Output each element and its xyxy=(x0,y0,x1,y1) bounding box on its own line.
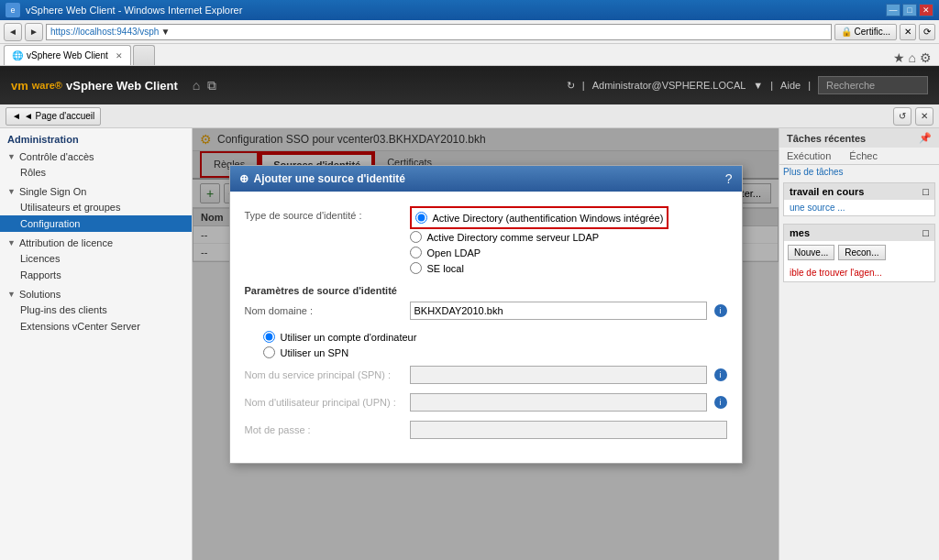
close-button[interactable]: ✕ xyxy=(919,4,933,16)
star-icon[interactable]: ★ xyxy=(893,50,905,65)
domain-input[interactable] xyxy=(410,302,707,320)
alarme-new-button[interactable]: Nouve... xyxy=(788,245,834,260)
chevron-down-icon4: ▼ xyxy=(7,290,16,299)
separator1: | xyxy=(582,80,585,91)
radio-se-local[interactable]: SE local xyxy=(410,260,727,276)
separator3: | xyxy=(808,80,811,91)
radio-ad-windows[interactable]: Active Directory (authentification Windo… xyxy=(415,210,664,225)
sidebar-item-rapports[interactable]: Rapports xyxy=(0,267,192,283)
right-panel-subheader: Exécution Échec xyxy=(779,148,939,165)
type-label: Type de source d'identité : xyxy=(245,206,410,221)
sidebar-section-administration: Administration xyxy=(0,128,192,148)
home-breadcrumb-button[interactable]: ◄ ◄ Page d'accueil xyxy=(6,107,101,126)
refresh-button[interactable]: ✕ xyxy=(900,24,916,40)
radio-ad-windows-input[interactable] xyxy=(415,212,427,224)
maximize-button[interactable]: □ xyxy=(902,4,917,16)
history-back-button[interactable]: ↺ xyxy=(893,107,911,126)
upn-form-row: Nom d'utilisateur principal (UPN) : i xyxy=(245,393,727,412)
alarmes-title: mes xyxy=(790,227,810,238)
type-options: Active Directory (authentification Windo… xyxy=(410,206,727,276)
sidebar-item-licences[interactable]: Licences xyxy=(0,250,192,267)
alarme-text: ible de trouver l'agen... xyxy=(784,264,934,281)
aide-label[interactable]: Aide xyxy=(780,80,801,91)
sidebar-group-controle-header[interactable]: ▼ Contrôle d'accès xyxy=(0,149,192,164)
travail-section: travail en cours □ une source ... xyxy=(783,182,935,216)
sidebar-item-roles[interactable]: Rôles xyxy=(0,164,192,181)
radio-ad-ldap[interactable]: Active Directory comme serveur LDAP xyxy=(410,229,727,245)
sidebar-item-plugins[interactable]: Plug-ins des clients xyxy=(0,302,192,318)
window-controls[interactable]: — □ ✕ xyxy=(886,4,933,16)
forward-button[interactable]: ► xyxy=(25,23,43,41)
radio-ad-ldap-input[interactable] xyxy=(410,231,422,243)
home-nav-icon[interactable]: ⌂ xyxy=(193,78,200,93)
modal-overlay: ⊕ Ajouter une source d'identité ? Type d… xyxy=(193,128,779,560)
search-input[interactable] xyxy=(818,76,928,94)
password-input-wrap xyxy=(410,421,727,439)
browser-nav-icons: ★ ⌂ ⚙ xyxy=(893,50,935,65)
sidebar-group-sso-header[interactable]: ▼ Single Sign On xyxy=(0,184,192,199)
upn-label: Nom d'utilisateur principal (UPN) : xyxy=(245,393,410,408)
spn-input[interactable] xyxy=(410,366,707,384)
spn-input-wrap: i xyxy=(410,366,727,384)
password-label: Mot de passe : xyxy=(245,421,410,435)
minimize-button[interactable]: — xyxy=(886,4,900,16)
nav-close-button[interactable]: ✕ xyxy=(915,107,933,126)
vm-text: vm xyxy=(11,79,28,93)
radio-se-local-input[interactable] xyxy=(410,262,422,274)
radio-open-ldap-input[interactable] xyxy=(410,247,422,258)
licence-label: Attribution de licence xyxy=(19,237,113,248)
ware-text: ware® xyxy=(32,80,62,91)
alarme-ack-button[interactable]: Recon... xyxy=(838,245,885,260)
sidebar-group-licence-header[interactable]: ▼ Attribution de licence xyxy=(0,236,192,250)
controle-label: Contrôle d'accès xyxy=(19,151,94,162)
sidebar-item-configuration[interactable]: Configuration xyxy=(0,215,192,232)
domain-label: Nom domaine : xyxy=(245,302,410,316)
radio-open-ldap[interactable]: Open LDAP xyxy=(410,245,727,260)
domain-info-icon: i xyxy=(714,304,727,317)
full-layout: ◄ ◄ Page d'accueil ↺ ✕ Administration ▼ … xyxy=(0,104,939,560)
plus-tasks-link[interactable]: Plus de tâches xyxy=(779,165,939,179)
radio-open-ldap-label: Open LDAP xyxy=(427,247,481,258)
execution-label: Exécution xyxy=(787,150,831,161)
params-section-title: Paramètres de source d'identité xyxy=(245,285,727,296)
address-text: https://localhost:9443/vsph xyxy=(50,27,159,37)
arrow-left-icon: ◄ xyxy=(12,111,21,121)
address-bar[interactable]: https://localhost:9443/vsph ▼ xyxy=(46,24,832,40)
user-arrow[interactable]: ▼ xyxy=(753,80,763,91)
reload-button[interactable]: ⟳ xyxy=(919,24,935,40)
travail-item[interactable]: une source ... xyxy=(784,200,934,215)
chevron-down-icon3: ▼ xyxy=(7,238,16,247)
radio-se-local-label: SE local xyxy=(427,263,464,274)
copy-nav-icon[interactable]: ⧉ xyxy=(207,78,216,93)
back-button[interactable]: ◄ xyxy=(4,23,22,41)
radio-spn[interactable]: Utiliser un SPN xyxy=(263,345,727,360)
password-input[interactable] xyxy=(410,421,727,439)
password-form-row: Mot de passe : xyxy=(245,421,727,439)
sidebar-item-extensions[interactable]: Extensions vCenter Server xyxy=(0,318,192,335)
refresh-icon[interactable]: ↻ xyxy=(567,80,575,92)
settings-icon[interactable]: ⚙ xyxy=(920,50,932,65)
modal-body: Type de source d'identité : Active Direc… xyxy=(230,192,742,463)
travail-expand-icon[interactable]: □ xyxy=(922,186,929,197)
certificate-button[interactable]: 🔒 Certific... xyxy=(834,24,897,40)
browser-tab-new[interactable] xyxy=(133,45,155,65)
browser-tab-vsphere[interactable]: 🌐 vSphere Web Client ✕ xyxy=(4,45,131,65)
right-panel-pin-icon[interactable]: 📌 xyxy=(919,132,932,144)
radio-spn-input[interactable] xyxy=(263,346,275,358)
alarmes-expand-icon[interactable]: □ xyxy=(922,227,929,238)
upn-input[interactable] xyxy=(410,393,707,412)
sidebar-group-solutions-header[interactable]: ▼ Solutions xyxy=(0,287,192,302)
radio-computer-input[interactable] xyxy=(263,331,275,343)
modal-help-icon[interactable]: ? xyxy=(725,171,733,186)
radio-ad-windows-label: Active Directory (authentification Windo… xyxy=(433,213,664,224)
sidebar-item-users[interactable]: Utilisateurs et groupes xyxy=(0,199,192,215)
tab-favicon: 🌐 xyxy=(12,50,23,60)
header-right: ↻ | Administrator@VSPHERE.LOCAL ▼ | Aide… xyxy=(567,76,928,94)
vmware-logo: vmware® vSphere Web Client xyxy=(11,79,178,93)
home-icon[interactable]: ⌂ xyxy=(909,50,916,65)
radio-computer-account[interactable]: Utiliser un compte d'ordinateur xyxy=(263,329,727,345)
tab-close-icon[interactable]: ✕ xyxy=(116,51,123,60)
type-form-row: Type de source d'identité : Active Direc… xyxy=(245,206,727,276)
nav-bar: ◄ ◄ Page d'accueil ↺ ✕ xyxy=(0,104,939,128)
alarmes-header: mes □ xyxy=(784,225,934,241)
